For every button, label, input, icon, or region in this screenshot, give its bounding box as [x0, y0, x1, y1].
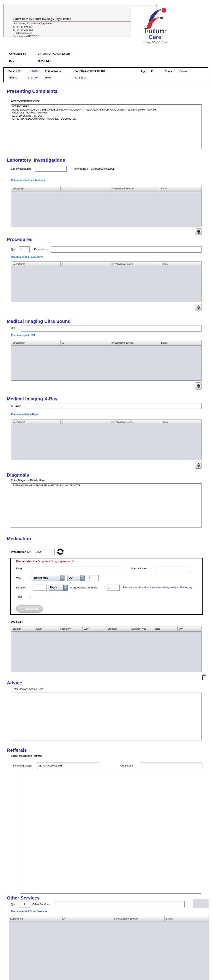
consulted-by-value: Dr. VICTOR OJIMA ETUBI — [38, 52, 70, 55]
other-services-input[interactable] — [55, 901, 185, 907]
consult-date-value: 2025-11-21 — [38, 60, 51, 62]
consultant-label: Consultant — [120, 764, 133, 767]
consult-date-colon: : — [35, 60, 35, 62]
uss-table-body[interactable] — [11, 345, 201, 380]
drug-suggestion-hint: Please select the Drug from Drug suggess… — [16, 560, 75, 563]
duration-type-dropdown[interactable]: Day/s ▼ — [48, 585, 68, 591]
advice-label: Enter Doctor's Advice Here — [12, 687, 43, 690]
consultant-input[interactable] — [141, 762, 202, 769]
column-header-duration: Duration — [106, 627, 130, 632]
patient-name-colon: : — [72, 70, 74, 73]
column-header-investigation: Investigation/Service — [110, 340, 159, 345]
uss-table-header: Department ID Investigation/Service Stat… — [11, 340, 201, 345]
reffering-doctor-input[interactable] — [37, 762, 99, 769]
xray-delete-button[interactable]: ♻ — [195, 461, 202, 469]
section-title-ultrasound: Medical Imaging Ultra Sound — [7, 319, 71, 324]
drug-input[interactable] — [32, 566, 123, 572]
lab-reffered-by-value: VICTOR OJIMA ETUBI — [91, 167, 115, 170]
procedures-table: Department ID Investigation/Service Stat… — [11, 261, 201, 302]
special-notes-input[interactable] — [157, 566, 191, 572]
drug-label: Drug — [16, 567, 22, 570]
other-services-table: Department ID Investigation / Service St… — [9, 916, 209, 980]
column-header-investigation: Investigation / Service — [113, 916, 165, 921]
section-title-procedures: Procedures — [7, 237, 32, 242]
way-frequency-dropdown[interactable]: OD ▼ — [67, 575, 85, 581]
xray-table-body[interactable] — [11, 425, 201, 460]
way-meal-value: Before Meal — [33, 575, 60, 581]
consulted-by-colon: : — [35, 52, 35, 55]
advice-textarea[interactable] — [11, 692, 201, 741]
column-header-id: ID — [61, 340, 110, 345]
column-header-qty: Qty — [178, 627, 201, 632]
gender-colon: : — [177, 70, 178, 73]
column-header-duration-type: Duration Type — [130, 627, 154, 632]
drug-colon: : — [30, 567, 31, 570]
complaints-textarea[interactable]: PATIENT SEEN. BEING EVALUATED FOR ? SUBM… — [11, 104, 201, 149]
complaints-label: Enter Complaints Here — [11, 99, 39, 102]
uss-input[interactable] — [21, 325, 201, 331]
refresh-icon — [56, 548, 64, 555]
refferal-list-panel[interactable] — [20, 773, 201, 894]
other-services-qty-input[interactable] — [19, 901, 30, 907]
company-number: Company No.8417652-2 — [13, 35, 39, 38]
company-phone-2: T: +24 84 225 252 — [13, 29, 32, 31]
chevron-down-icon: ▼ — [60, 575, 64, 581]
way-label: Way — [16, 577, 21, 579]
drug-list-delete-button[interactable] — [201, 674, 207, 681]
lab-investigation-input[interactable] — [35, 166, 67, 172]
way-qty-input[interactable] — [88, 575, 99, 581]
other-services-side-panel — [193, 899, 209, 908]
chevron-down-icon: ▼ — [63, 585, 67, 590]
consulted-by-label: Consulted By — [9, 52, 26, 55]
other-services-label: Other Services : — [32, 903, 51, 906]
column-header-way: Way — [82, 627, 106, 632]
way-colon: : — [30, 577, 31, 579]
drug-list-table: Drug ID Drug Fequency Way Duration Durat… — [11, 626, 201, 672]
lab-table-body[interactable] — [11, 191, 201, 226]
lab-delete-button[interactable]: ♻ — [195, 228, 202, 235]
logo-f-swoosh-icon — [143, 7, 167, 29]
procedures-qty-input[interactable] — [19, 247, 30, 252]
other-services-qty-label: Qty : — [11, 903, 16, 906]
column-header-investigation: Investigation/Service — [110, 186, 159, 191]
lab-reffered-by-label: Reffered By : — [72, 167, 88, 170]
column-header-investigation: Investigation/Service — [110, 262, 159, 267]
column-header-note: Note — [154, 627, 178, 632]
procedures-delete-button[interactable]: ♻ — [195, 304, 202, 311]
age-label: Age — [141, 70, 146, 73]
way-meal-dropdown[interactable]: Before Meal ▼ — [32, 575, 64, 581]
logo-word-care: Care ♥ — [149, 34, 161, 40]
drug-entry-panel: Please select the Drug from Drug suggess… — [10, 558, 203, 615]
procedures-input[interactable] — [51, 246, 201, 253]
uss-table: Department ID Investigation/Service Stat… — [11, 340, 201, 381]
other-services-table-header: Department ID Investigation / Service St… — [9, 916, 209, 922]
prescription-id-input[interactable] — [35, 549, 55, 555]
diagnosis-textarea[interactable]: SUBMANDIBULAR ADIPOSE TISSUE/STABLE CLIN… — [11, 484, 201, 528]
add-drug-button[interactable]: + Add Drug — [16, 605, 43, 612]
patient-name-value: SANDRA AMEDIZIA TIRANT — [74, 70, 105, 73]
uss-delete-button[interactable]: ♻ — [195, 382, 202, 390]
prescription-page: Future Care by Future Holdings (Pty) Lim… — [0, 0, 212, 980]
per-meal-input[interactable] — [107, 585, 120, 591]
section-title-laboratory: Laboratory Investigations — [7, 158, 65, 163]
prescription-id-label: Prescription ID : — [11, 550, 31, 553]
visit-id-colon: : — [28, 76, 29, 79]
xrays-input[interactable] — [25, 403, 201, 409]
trash-icon: ♻ — [197, 305, 201, 309]
duration-input[interactable] — [32, 585, 47, 591]
drug-list-table-body[interactable] — [11, 632, 201, 672]
procedures-table-body[interactable] — [11, 267, 201, 302]
trash-icon: ♻ — [197, 384, 201, 388]
consult-date-label: Date — [9, 60, 15, 62]
procedures-qty-label: Qty : — [11, 248, 16, 251]
column-header-status: Status — [165, 916, 209, 921]
age-value: 49 — [151, 70, 153, 73]
logo-heart-icon: ♥ — [153, 36, 155, 42]
other-services-table-body[interactable] — [9, 922, 209, 980]
duration-type-value: Day/s — [49, 585, 63, 590]
recommended-procedures-label: Recommended Procedures — [11, 256, 43, 258]
chevron-down-icon: ▼ — [80, 575, 84, 581]
duration-label: Duration : — [16, 586, 27, 589]
lab-table: Department ID Investigation/Service Stat… — [11, 186, 201, 226]
prescription-refresh-button[interactable] — [56, 548, 64, 555]
